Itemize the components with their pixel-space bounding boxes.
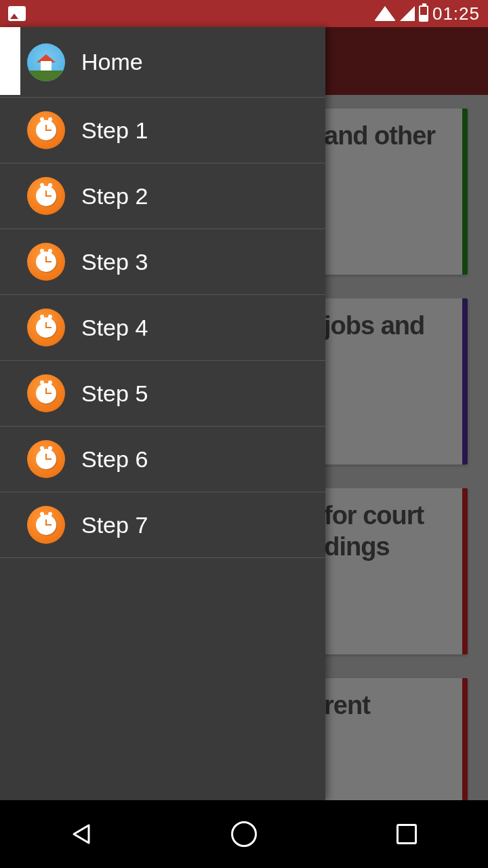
battery-icon [419, 5, 428, 22]
drawer-item-step-5[interactable]: Step 5 [0, 361, 325, 427]
clock-icon [27, 374, 65, 412]
clock-icon [27, 309, 65, 347]
drawer-item-label: Step 4 [81, 315, 148, 341]
drawer-item-step-4[interactable]: Step 4 [0, 295, 325, 361]
back-icon [70, 823, 93, 846]
drawer-item-label: Step 3 [81, 249, 148, 275]
clock-icon [27, 440, 65, 478]
drawer-top-strip [0, 27, 20, 95]
drawer-item-step-3[interactable]: Step 3 [0, 229, 325, 295]
drawer-item-label: Step 6 [81, 446, 148, 473]
drawer-item-label: Step 7 [81, 512, 148, 538]
home-circle-icon [231, 821, 257, 847]
clock-icon [27, 506, 65, 544]
wifi-icon [374, 6, 396, 21]
drawer-item-label: Step 2 [81, 183, 148, 210]
drawer-item-step-1[interactable]: Step 1 [0, 98, 325, 163]
screen: 01:25 and other jobs and for court eedin… [0, 0, 488, 868]
home-icon [27, 43, 65, 81]
drawer-item-step-7[interactable]: Step 7 [0, 492, 325, 558]
drawer-item-step-6[interactable]: Step 6 [0, 427, 325, 492]
navigation-drawer: Home Step 1 Step 2 Step 3 Step 4 [0, 27, 325, 800]
recent-apps-button[interactable] [392, 819, 422, 849]
picture-icon [8, 6, 26, 21]
drawer-item-label: Home [81, 49, 143, 75]
status-time: 01:25 [432, 3, 480, 24]
cell-signal-icon [400, 6, 415, 21]
drawer-item-step-2[interactable]: Step 2 [0, 163, 325, 229]
drawer-item-home[interactable]: Home [0, 27, 325, 98]
clock-icon [27, 177, 65, 215]
back-button[interactable] [66, 819, 96, 849]
recent-square-icon [396, 824, 417, 844]
drawer-item-label: Step 5 [81, 380, 148, 407]
status-left [8, 6, 26, 21]
clock-icon [27, 243, 65, 281]
home-button[interactable] [229, 819, 259, 849]
status-right: 01:25 [374, 3, 480, 24]
system-navigation-bar [0, 800, 488, 868]
clock-icon [27, 111, 65, 149]
drawer-item-label: Step 1 [81, 117, 148, 144]
status-bar: 01:25 [0, 0, 488, 27]
